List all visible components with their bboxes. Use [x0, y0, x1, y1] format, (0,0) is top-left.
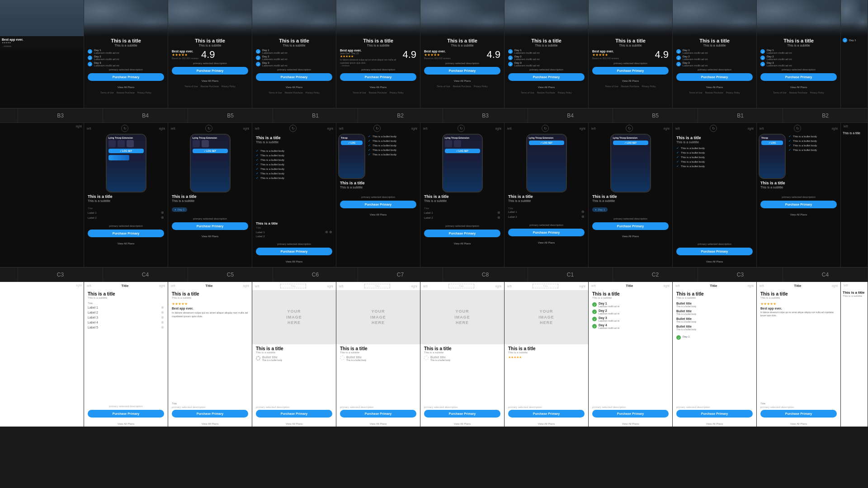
card-title-b1: This is a title — [340, 38, 416, 43]
view-plans-button-b5[interactable]: View All Plans — [256, 86, 332, 89]
svg-point-0 — [257, 357, 260, 360]
section-label-b3: B3 — [18, 108, 103, 122]
row-a-card-b4-2: This is a title This is a subtitle Best … — [589, 0, 673, 108]
card-nav-b3: left ↻ right — [84, 123, 168, 134]
image-placeholder-c8: YOUR IMAGE HERE — [505, 290, 588, 344]
row-b-b5-2: left ↻ right This is a title This is a s… — [673, 123, 757, 267]
row-a-card-b5-2: This is a title This is a subtitle ✓ Day… — [673, 0, 757, 108]
checklist-item-1: ✓ Day 1Laboram mollit ad mi — [88, 49, 164, 54]
check-icon-3: ✓ — [88, 62, 92, 66]
card-subtitle-b5: This is a subtitle — [256, 44, 332, 47]
refresh-icon-b2[interactable]: ↻ — [458, 125, 465, 132]
row-b-b3: left ↻ right Lying Tricep Extension ✓ LO… — [84, 123, 168, 267]
section-label-c7: C7 — [358, 267, 443, 282]
primary-label: primary selected description — [88, 68, 164, 71]
row-b: right left ↻ right Lying Tricep Extensio… — [0, 123, 868, 267]
row-c-c8: left - - - - - Title - - - - - right YOU… — [505, 282, 589, 427]
section-c-labels: C3 C4 C5 C6 C7 C8 C1 C2 C3 C4 — [0, 267, 868, 282]
purchase-button[interactable]: Purchase Primary — [88, 73, 164, 81]
section-label-c8: C8 — [443, 267, 528, 282]
row-a-card-partial-right: ✓ Day 1 — [841, 0, 868, 108]
card-subtitle-b1: This is a subtitle — [340, 44, 416, 47]
row-c-c1: left Title right This is a title This is… — [589, 282, 673, 427]
rating-count-b4: Based on 300,000 reviews — [172, 57, 198, 60]
checklist-b5-1: ✓ Day 1Laboram mollit ad mi — [256, 49, 332, 54]
purchase-button-b5[interactable]: Purchase Primary — [256, 73, 332, 81]
card-subtitle-b4: This is a subtitle — [172, 44, 248, 47]
image-placeholder-c5: YOUR IMAGE HERE — [252, 290, 336, 344]
view-plans-button-b4[interactable]: View All Plans — [172, 80, 248, 82]
row-b-partial-right: left This is a title — [841, 123, 868, 267]
footer-links: Terms of Use Restore Purchase Privacy Po… — [88, 91, 164, 94]
row-b-b1-2: left ↻ right Tricep ✓ LOG ✓This is a bul… — [757, 123, 841, 267]
section-label-c4: C4 — [103, 267, 188, 282]
row-a-card-partial: Best app ever. ★★★★★ ...reviews — [0, 0, 84, 108]
row-c-c4-partial: left This is a title This is a subtitle — [841, 282, 868, 427]
phone-mockup-b3: Lying Tricep Extension ✓ LOG SET — [106, 134, 146, 192]
day-badge: ● Day 1 — [172, 207, 187, 212]
row-b-b1: left ↻ right Tricep ✓ LOG ✓This is a bul… — [336, 123, 420, 267]
section-label-b4-2: B4 — [528, 108, 613, 122]
c3-subtitle: This is a subtitle — [88, 296, 164, 299]
check-icon-2: ✓ — [88, 56, 92, 60]
section-label-b5: B5 — [188, 108, 273, 122]
row-a-card-b1: This is a title This is a subtitle Best … — [336, 0, 420, 108]
primary-label-b4: primary selected description — [172, 62, 248, 65]
section-label-b2-2: B2 — [783, 108, 868, 122]
purchase-button-b4[interactable]: Purchase Primary — [172, 67, 248, 75]
footer-links-b4: Terms of Use Restore Purchase Privacy Po… — [172, 85, 248, 88]
image-placeholder-c7: YOUR IMAGE HERE — [420, 290, 504, 344]
row-c-c5: left - - - - - Title - - - - - right YOU… — [252, 282, 336, 427]
c4-stars: ★★★★★ — [172, 302, 248, 306]
b3-card-title: This is a title — [88, 194, 164, 199]
refresh-icon-b5[interactable]: ↻ — [289, 125, 297, 132]
image-placeholder-c6: YOUR IMAGE HERE — [336, 290, 420, 344]
card-subtitle: This is a subtitle — [88, 44, 164, 47]
section-label-b4: B4 — [103, 108, 188, 122]
section-label-c4-2: C4 — [783, 267, 868, 282]
bullet-list-b5: ✓This is a bullet body ✓This is a bullet… — [252, 147, 336, 221]
row-c-c2: left Title right This is a title This is… — [673, 282, 757, 427]
section-b-labels: B3 B4 B5 B1 B2 B3 B4 B5 B1 B2 — [0, 108, 868, 123]
section-label-c5: C5 — [188, 267, 273, 282]
checklist-item-3: ✓ Day 3Laboram mollit ad mi — [88, 61, 164, 67]
view-plans-button[interactable]: View All Plans — [88, 86, 164, 89]
checklist-b5-2: ✓ Day 2Laboram mollit ad mi — [256, 55, 332, 61]
section-label-c2: C2 — [613, 267, 698, 282]
section-label-c1: C1 — [528, 267, 613, 282]
row-c-c3-2: left Title right This is a title This is… — [757, 282, 841, 427]
row-a: Best app ever. ★★★★★ ...reviews This is … — [0, 0, 868, 108]
section-label-b2: B2 — [358, 108, 443, 122]
row-c-c7: left - - - - - Title - - - - - right YOU… — [420, 282, 505, 427]
row-b-b5: left ↻ right This is a title This is a s… — [252, 123, 336, 267]
c3-purchase-button[interactable]: Purchase Primary — [88, 410, 164, 418]
check-icon-1: ✓ — [88, 49, 92, 54]
row-c-c4: left Title right This is a title This is… — [168, 282, 252, 427]
row-b-b2: left ↻ right Lying Tricep Extension ✓ LO… — [420, 123, 505, 267]
row-b-b4-2: left ↻ right Lying Tricep Extension ✓ LO… — [589, 123, 673, 267]
c3-title: This is a title — [88, 291, 164, 296]
refresh-icon-b4[interactable]: ↻ — [205, 125, 212, 132]
section-label-b3-2: B3 — [443, 108, 528, 122]
checklist-b5-3: ✓ Day 3Laboram mollit ad mi — [256, 61, 332, 67]
refresh-icon-b1[interactable]: ↻ — [373, 125, 381, 132]
row-c-c3: left Title right This is a title This is… — [84, 282, 168, 427]
row-a-card-b1-2: This is a title This is a subtitle ✓ Day… — [757, 0, 841, 108]
card-title-b4: This is a title — [172, 38, 248, 43]
row-c: right left Title right This is a title T… — [0, 282, 868, 427]
row-c-c6: left - - - - - Title - - - - - right YOU… — [336, 282, 420, 427]
c3-view-plans-button[interactable]: View All Plans — [88, 422, 164, 425]
section-label-c3: C3 — [18, 267, 103, 282]
refresh-icon[interactable]: ↻ — [121, 125, 128, 132]
section-label-b1-2: B1 — [698, 108, 783, 122]
rating-big-b4: 4.9 — [201, 49, 215, 61]
section-label-b1: B1 — [273, 108, 358, 122]
checklist-item-2: ✓ Day 2Laboram mollit ad mi — [88, 55, 164, 61]
row-a-card-b3: This is a title This is a subtitle ✓ Day… — [84, 0, 168, 108]
card-title-b5: This is a title — [256, 38, 332, 43]
main-container: Best app ever. ★★★★★ ...reviews This is … — [0, 0, 868, 488]
row-a-card-b4: This is a title This is a subtitle Best … — [168, 0, 252, 108]
rating-stars-b4: ★★★★★ — [172, 53, 198, 57]
row-b-b3-2: left ↻ right Lying Tricep Extension ✓ LO… — [505, 123, 589, 267]
row-b-b4: left ↻ right Lying Tricep Extension ✓ LO… — [168, 123, 252, 267]
